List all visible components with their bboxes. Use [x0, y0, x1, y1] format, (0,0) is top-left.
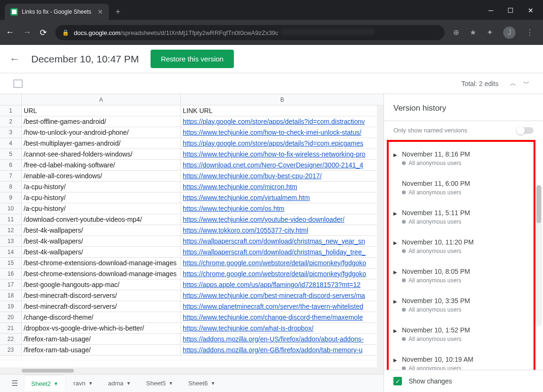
cell[interactable]: https://addons.mozilla.org/en-GB/firefox… [181, 345, 383, 355]
tab-close-icon[interactable]: ✕ [98, 8, 103, 16]
prev-edit-icon[interactable]: ︿ [510, 79, 516, 88]
row-number[interactable]: 14 [0, 247, 22, 257]
col-header-B[interactable]: B [181, 94, 383, 105]
expand-triangle-icon[interactable]: ▶ [393, 240, 397, 245]
row-number[interactable]: 6 [0, 160, 22, 170]
link[interactable]: https://apps.apple.com/us/app/flamingo/i… [183, 281, 361, 288]
maximize-icon[interactable]: ☐ [507, 7, 514, 14]
cell[interactable]: /best-4k-wallpapers/ [22, 225, 181, 235]
link[interactable]: https://www.techjunkie.com/change-discor… [183, 314, 363, 321]
row-number[interactable]: 4 [0, 138, 22, 148]
sheet-tab[interactable]: adma ▼ [101, 375, 137, 391]
cell[interactable]: https://wallpaperscraft.com/download/chr… [181, 236, 383, 246]
all-sheets-icon[interactable]: ☰ [9, 376, 21, 391]
link[interactable]: https://chrome.google.com/webstore/detai… [183, 259, 366, 267]
cell[interactable]: /a-cpu-history/ [22, 203, 181, 214]
version-item[interactable]: ▶November 11, 5:11 PMAll anonymous users [384, 202, 543, 232]
row-number[interactable]: 16 [0, 269, 22, 279]
link[interactable]: https://www.planetminecraft.com/server/t… [183, 303, 363, 310]
expand-triangle-icon[interactable]: ▶ [393, 152, 397, 157]
row-number[interactable]: 19 [0, 301, 22, 312]
select-all-corner[interactable] [0, 94, 22, 105]
row-number[interactable]: 5 [0, 149, 22, 159]
close-icon[interactable]: ✕ [528, 7, 534, 14]
link[interactable]: https://download.cnet.com/Nero-CoverDesi… [183, 161, 363, 169]
link[interactable]: https://www.techjunkie.com/best-minecraf… [183, 292, 365, 299]
cell[interactable]: /change-discord-theme/ [22, 312, 181, 322]
row-number[interactable]: 1 [0, 105, 22, 116]
link[interactable]: https://www.techjunkie.com/buy-best-cpu-… [183, 172, 321, 180]
version-item[interactable]: ▶November 10, 1:52 PMAll anonymous users [384, 320, 543, 349]
reload-button[interactable]: ⟳ [40, 27, 47, 38]
version-item[interactable]: ▶November 10, 3:35 PMAll anonymous users [384, 290, 543, 320]
link[interactable]: https://www.techjunkie.com/youtube-video… [183, 216, 345, 223]
link[interactable]: https://www.techjunkie.com/micron.htm [183, 183, 297, 191]
cell[interactable]: /firefox-ram-tab-usage/ [22, 334, 181, 344]
row-number[interactable]: 2 [0, 116, 22, 127]
cell[interactable]: URL [22, 105, 181, 116]
link[interactable]: https://www.tokkoro.com/1055377-city.htm… [183, 226, 308, 234]
link[interactable]: https://www.techjunkie.com/os.htm [183, 205, 285, 212]
cell[interactable]: https://apps.apple.com/us/app/flamingo/i… [181, 279, 383, 290]
chevron-down-icon[interactable]: ▼ [126, 381, 131, 386]
cell[interactable]: https://www.techjunkie.com/how-to-check-… [181, 127, 383, 138]
link[interactable]: https://play.google.com/store/apps/detai… [183, 118, 365, 125]
chevron-down-icon[interactable]: ▼ [169, 381, 173, 386]
link[interactable]: https://www.techjunkie.com/how-to-fix-wi… [183, 150, 365, 158]
forward-button[interactable]: → [23, 27, 31, 37]
bookmark-star-icon[interactable]: ★ [470, 28, 476, 37]
row-number[interactable]: 7 [0, 171, 22, 181]
back-arrow-icon[interactable]: ← [9, 53, 20, 65]
cell[interactable]: https://www.techjunkie.com/best-minecraf… [181, 290, 383, 301]
link[interactable]: https://www.techjunkie.com/how-to-check-… [183, 129, 361, 136]
cell[interactable]: /best-chrome-extensions-download-manage-… [22, 269, 181, 279]
row-number[interactable]: 17 [0, 279, 22, 290]
link[interactable]: https://addons.mozilla.org/en-US/firefox… [183, 335, 364, 343]
cell[interactable]: /best-offline-games-android/ [22, 116, 181, 127]
row-number[interactable]: 23 [0, 345, 22, 355]
version-item[interactable]: ▶November 10, 8:05 PMAll anonymous users [384, 261, 543, 290]
row-number[interactable]: 9 [0, 192, 22, 203]
cell[interactable]: /how-to-unlock-your-android-phone/ [22, 127, 181, 138]
sheet-tab[interactable]: ravn ▼ [67, 375, 99, 391]
print-icon[interactable] [13, 79, 23, 88]
kebab-menu-icon[interactable]: ⋮ [526, 28, 534, 37]
cell[interactable]: https://play.google.com/store/apps/detai… [181, 116, 383, 127]
cell[interactable]: /best-4k-wallpapers/ [22, 247, 181, 257]
link[interactable]: https://wallpaperscraft.com/download/chr… [183, 248, 365, 256]
expand-triangle-icon[interactable]: ▶ [393, 211, 397, 216]
browser-tab[interactable]: Links to fix - Google Sheets ✕ [5, 4, 109, 20]
expand-triangle-icon[interactable]: ▶ [393, 270, 397, 275]
cell[interactable]: /a-cpu-history/ [22, 182, 181, 192]
cell[interactable]: https://www.techjunkie.com/os.htm [181, 203, 383, 214]
row-number[interactable]: 10 [0, 203, 22, 214]
expand-triangle-icon[interactable]: ▶ [393, 357, 397, 363]
version-item[interactable]: November 11, 6:00 PMAll anonymous users [384, 173, 543, 202]
url-field[interactable]: 🔒 docs.google.com/spreadsheets/d/1IXnMj1… [55, 25, 445, 40]
cell[interactable]: https://chrome.google.com/webstore/detai… [181, 258, 383, 268]
show-changes-checkbox[interactable]: ✓ [393, 377, 402, 385]
version-item[interactable]: ▶November 10, 10:19 AMAll anonymous user… [384, 349, 543, 370]
cell[interactable]: /cannot-see-shared-folders-windows/ [22, 149, 181, 159]
cell[interactable]: https://chrome.google.com/webstore/detai… [181, 269, 383, 279]
profile-avatar[interactable]: J [503, 26, 516, 39]
link[interactable]: https://www.techjunkie.com/what-is-dropb… [183, 324, 313, 332]
row-number[interactable]: 11 [0, 214, 22, 225]
cell[interactable]: /best-multiplayer-games-android/ [22, 138, 181, 148]
cell[interactable]: https://play.google.com/store/apps/detai… [181, 138, 383, 148]
zoom-icon[interactable]: ⊕ [453, 28, 459, 37]
expand-triangle-icon[interactable]: ▶ [393, 299, 397, 304]
named-versions-toggle[interactable] [517, 127, 534, 134]
cell[interactable]: /a-cpu-history/ [22, 192, 181, 203]
cell[interactable]: /best-4k-wallpapers/ [22, 236, 181, 246]
cell[interactable]: https://addons.mozilla.org/en-US/firefox… [181, 334, 383, 344]
row-number[interactable]: 20 [0, 312, 22, 322]
cell[interactable]: /firefox-ram-tab-usage/ [22, 345, 181, 355]
cell[interactable]: https://www.techjunkie.com/buy-best-cpu-… [181, 171, 383, 181]
cell[interactable]: https://www.planetminecraft.com/server/t… [181, 301, 383, 312]
cell[interactable]: /best-google-hangouts-app-mac/ [22, 279, 181, 290]
link[interactable]: https://addons.mozilla.org/en-GB/firefox… [183, 346, 363, 354]
row-number[interactable]: 18 [0, 290, 22, 301]
cell[interactable]: /dropbox-vs-google-drive-which-is-better… [22, 323, 181, 333]
row-number[interactable]: 21 [0, 323, 22, 333]
